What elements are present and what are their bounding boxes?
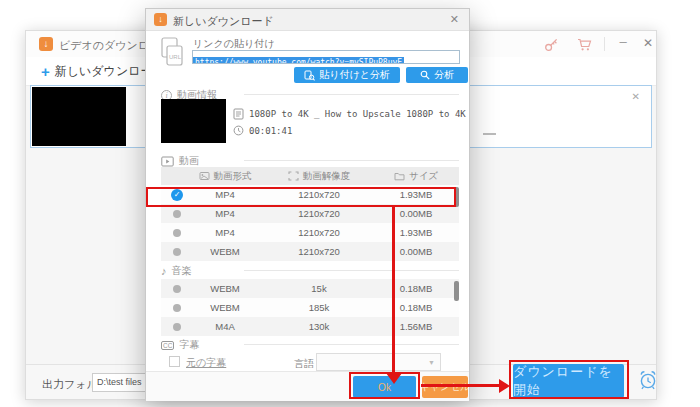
section-divider [244, 270, 459, 271]
original-subtitle-label: 元の字幕 [186, 356, 226, 370]
radio-icon[interactable] [173, 304, 181, 312]
video-duration-row: 00:01:41 [233, 125, 292, 136]
col-format-label: 動画形式 [214, 170, 252, 183]
paste-and-analyze-button[interactable]: 貼り付けと分析 [294, 67, 400, 83]
original-subtitle-checkbox[interactable] [169, 356, 180, 367]
app-download-icon: ↓ [39, 37, 53, 51]
plus-icon: + [41, 63, 50, 80]
section-divider [244, 94, 459, 95]
url-selected-text: https://www.youtube.com/watch?v=mvSIPuP8… [193, 57, 404, 64]
titlebar-separator [604, 37, 605, 51]
paste-link-label: リンクの貼り付け [193, 37, 274, 51]
document-icon [233, 108, 244, 120]
col-resolution-label: 動画解像度 [303, 170, 351, 183]
chevron-down-icon: ▼ [428, 359, 435, 366]
item-progress-dash [483, 133, 496, 135]
radio-icon[interactable] [173, 323, 181, 331]
main-close-button[interactable]: ✕ [640, 36, 656, 50]
format-icon [199, 171, 210, 181]
url-pages-icon: URL [159, 36, 185, 68]
analyze-button[interactable]: 分析 [406, 67, 468, 83]
dialog-titlebar: ↓ 新しいダウンロード ✕ [146, 9, 469, 31]
svg-text:URL: URL [169, 54, 182, 60]
clock-icon [233, 125, 244, 136]
video-row[interactable]: WEBM 1210x720 0.00MB [161, 242, 459, 261]
audio-row[interactable]: WEBM 15k 0.18MB [161, 279, 459, 298]
radio-icon[interactable] [173, 210, 181, 218]
radio-icon[interactable] [173, 285, 181, 293]
col-size-label: サイズ [409, 170, 438, 183]
video-title: 1080P to 4K _ How to Upscale 1080P to 4K [249, 109, 466, 119]
search-icon [420, 70, 430, 80]
new-download-dialog: ↓ 新しいダウンロード ✕ URL リンクの貼り付け https://www.y… [145, 8, 470, 400]
audio-format-table: WEBM 15k 0.18MB WEBM 185k 0.18MB M4A 130… [161, 279, 459, 336]
license-key-icon[interactable] [544, 37, 559, 52]
cc-icon: CC [161, 341, 174, 350]
video-table-header: 動画形式 動画解像度 サイズ [161, 167, 459, 185]
paste-and-analyze-label: 貼り付けと分析 [319, 68, 390, 82]
video-icon [161, 156, 174, 167]
shopping-cart-icon[interactable] [577, 37, 592, 52]
folder-size-icon [394, 171, 405, 181]
ok-button[interactable]: Ok [353, 376, 416, 398]
audio-row[interactable]: WEBM 185k 0.18MB [161, 298, 459, 317]
language-label: 言語 [294, 357, 314, 371]
minimize-button[interactable]: – [615, 34, 631, 49]
audio-row[interactable]: M4A 130k 1.56MB [161, 317, 459, 336]
music-note-icon: ♪ [161, 265, 167, 277]
cancel-button[interactable]: キャンセル [422, 376, 468, 398]
video-format-table: 動画形式 動画解像度 サイズ ✓ MP4 1210x720 1.93MB [161, 167, 459, 261]
audio-table-scrollbar[interactable] [454, 281, 459, 301]
radio-icon[interactable] [173, 248, 181, 256]
download-item-thumbnail [32, 87, 126, 146]
dialog-close-button[interactable]: ✕ [450, 13, 459, 26]
url-input[interactable]: https://www.youtube.com/watch?v=mvSIPuP8… [192, 50, 460, 64]
audio-section-heading: ♪ 音楽 [161, 264, 192, 278]
video-row-selected[interactable]: ✓ MP4 1210x720 1.93MB [161, 185, 459, 204]
section-divider [244, 344, 459, 345]
resolution-icon [288, 171, 299, 181]
video-section-heading: 動画 [161, 154, 199, 168]
video-table-scrollbar[interactable] [454, 187, 459, 207]
dialog-download-icon: ↓ [154, 13, 167, 26]
video-duration: 00:01:41 [249, 126, 292, 136]
language-dropdown[interactable]: ▼ [316, 353, 441, 371]
analyze-label: 分析 [434, 68, 454, 82]
remove-item-icon[interactable]: ✕ [632, 91, 640, 102]
start-download-button[interactable]: ダウンロードを開始 [513, 364, 624, 398]
paste-icon [304, 70, 315, 81]
schedule-alarm-icon[interactable] [637, 369, 659, 391]
video-row[interactable]: MP4 1210x720 0.00MB [161, 204, 459, 223]
video-title-row: 1080P to 4K _ How to Upscale 1080P to 4K [233, 108, 466, 120]
video-row[interactable]: MP4 1210x720 1.93MB [161, 223, 459, 242]
subtitle-section-heading: CC 字幕 [161, 338, 199, 352]
dialog-footer [146, 371, 469, 401]
dialog-title: 新しいダウンロード [173, 14, 274, 29]
radio-icon[interactable] [173, 229, 181, 237]
video-thumbnail [161, 99, 226, 143]
section-divider [244, 160, 459, 161]
selected-radio-icon[interactable]: ✓ [171, 189, 183, 201]
